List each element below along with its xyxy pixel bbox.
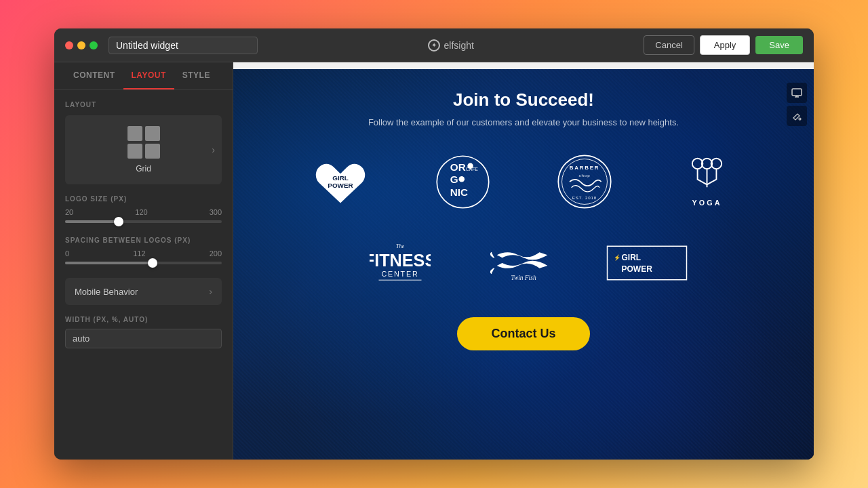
tab-content[interactable]: CONTENT [65, 62, 123, 89]
logo-item-twinfish: Twin Fish [469, 229, 578, 297]
preview-tools [787, 83, 807, 126]
traffic-lights [65, 41, 98, 49]
preview-main: Join to Succeed! Follow the example of o… [233, 69, 814, 460]
logo-item-yoga: YOGA [652, 148, 761, 216]
preview-area: Join to Succeed! Follow the example of o… [233, 62, 814, 460]
svg-text:⚡: ⚡ [614, 254, 621, 262]
svg-text:G: G [450, 174, 458, 185]
logo-size-track[interactable] [65, 220, 222, 223]
layout-selector[interactable]: Grid › [65, 115, 222, 184]
svg-rect-0 [792, 89, 802, 96]
layout-name: Grid [136, 164, 151, 174]
svg-text:shop: shop [579, 173, 591, 178]
svg-text:EST. 2018: EST. 2018 [572, 195, 597, 200]
tab-layout[interactable]: LAYOUT [123, 62, 174, 89]
preview-subtitle: Follow the example of our customers and … [368, 117, 679, 127]
elfsight-brand: elfsight [444, 40, 474, 51]
logo-size-min: 20 [65, 208, 73, 216]
close-button[interactable] [65, 41, 73, 49]
svg-text:CENTER: CENTER [382, 270, 419, 278]
grid-cell [127, 126, 142, 141]
titlebar: ✦ elfsight Cancel Apply Save [54, 28, 814, 62]
cancel-button[interactable]: Cancel [644, 35, 694, 55]
tab-style[interactable]: STYLE [174, 62, 218, 89]
paint-bucket-button[interactable] [787, 106, 807, 126]
spacing-value: 112 [133, 249, 145, 258]
elfsight-logo: ✦ elfsight [428, 39, 474, 52]
widget-title-input[interactable] [108, 37, 258, 54]
titlebar-actions: Cancel Apply Save [644, 35, 803, 55]
layout-section-label: LAYOUT [65, 101, 222, 108]
svg-point-10 [458, 176, 465, 182]
preview-content: Join to Succeed! Follow the example of o… [233, 69, 814, 460]
spacing-max: 200 [210, 249, 222, 258]
width-input[interactable] [65, 329, 222, 348]
grid-cell [145, 126, 160, 141]
svg-text:POWER: POWER [621, 264, 652, 274]
svg-text:FITNESS: FITNESS [370, 251, 431, 270]
chevron-right-icon: › [212, 144, 215, 155]
svg-text:OR: OR [450, 161, 465, 172]
width-section: WIDTH (PX, %, AUTO) [54, 316, 233, 348]
spacing-range: 0 112 200 [65, 249, 222, 258]
svg-text:NIC: NIC [450, 186, 467, 197]
preview-top-bar [233, 62, 814, 69]
mobile-behavior-label: Mobile Behavior [75, 287, 138, 297]
logo-size-max: 300 [210, 208, 222, 216]
logo-grid-row2: The FITNESS CENTER [346, 229, 702, 297]
layout-section: LAYOUT Grid › [54, 90, 233, 195]
svg-text:CAFE: CAFE [465, 166, 478, 171]
svg-text:GIRL: GIRL [332, 174, 349, 182]
logo-size-section: LOGO SIZE (PX) 20 120 300 [54, 195, 233, 237]
logo-grid-row1: GIRL POWER OR G [286, 148, 761, 216]
apply-button[interactable]: Apply [700, 35, 751, 55]
sidebar: CONTENT LAYOUT STYLE LAYOUT Grid › [54, 62, 233, 460]
spacing-thumb[interactable] [148, 258, 157, 268]
save-button[interactable]: Save [755, 36, 803, 54]
svg-text:BARBER: BARBER [570, 165, 599, 171]
spacing-fill [65, 262, 153, 264]
svg-text:GIRL: GIRL [621, 253, 641, 262]
chevron-right-icon: › [209, 286, 212, 297]
app-window: ✦ elfsight Cancel Apply Save CONTENT LAY… [54, 28, 814, 460]
logo-size-fill [65, 220, 119, 223]
grid-cell [127, 144, 142, 159]
svg-text:Twin Fish: Twin Fish [511, 274, 536, 281]
desktop-view-button[interactable] [787, 83, 807, 103]
logo-item-girlpower2: ⚡ GIRL POWER [592, 229, 702, 297]
tabs: CONTENT LAYOUT STYLE [54, 62, 233, 90]
spacing-label: SPACING BETWEEN LOGOS (PX) [65, 237, 222, 244]
svg-point-3 [799, 118, 801, 120]
logo-size-value: 120 [135, 208, 147, 216]
contact-us-button[interactable]: Contact Us [457, 317, 589, 350]
spacing-section: SPACING BETWEEN LOGOS (PX) 0 112 200 [54, 237, 233, 278]
maximize-button[interactable] [90, 41, 98, 49]
logo-item-girl-power: GIRL POWER [286, 148, 395, 216]
spacing-track[interactable] [65, 262, 222, 264]
logo-item-barber: BARBER shop EST. 2018 [530, 148, 639, 216]
grid-cell [145, 144, 160, 159]
logo-size-thumb[interactable] [114, 217, 123, 226]
svg-text:The: The [396, 243, 405, 249]
grid-layout-icon [127, 126, 160, 159]
logo-item-organic: OR G NIC CAFE [408, 148, 517, 216]
width-label: WIDTH (PX, %, AUTO) [65, 316, 222, 323]
svg-text:POWER: POWER [328, 182, 353, 189]
preview-title: Join to Succeed! [453, 89, 594, 110]
logo-item-fitness: The FITNESS CENTER [346, 229, 456, 297]
spacing-min: 0 [65, 249, 69, 258]
logo-size-range: 20 120 300 [65, 208, 222, 216]
titlebar-center: ✦ elfsight [258, 39, 644, 52]
mobile-behavior-row[interactable]: Mobile Behavior › [65, 278, 222, 305]
logo-size-label: LOGO SIZE (PX) [65, 195, 222, 203]
elfsight-icon: ✦ [428, 39, 440, 52]
minimize-button[interactable] [77, 41, 85, 49]
main-content: CONTENT LAYOUT STYLE LAYOUT Grid › [54, 62, 814, 460]
svg-rect-27 [607, 246, 686, 280]
svg-text:YOGA: YOGA [692, 199, 722, 207]
